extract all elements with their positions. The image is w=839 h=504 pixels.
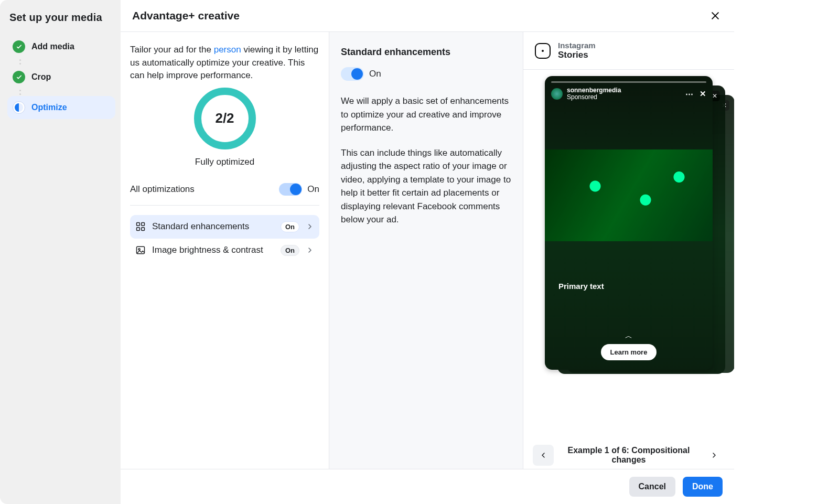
preview-card-front: sonnenbergmediaSponsored ⋯ ✕ Primary tex… xyxy=(545,76,713,370)
preview-next-button[interactable] xyxy=(704,445,725,466)
opt-state-pill: On xyxy=(281,245,299,256)
done-button[interactable]: Done xyxy=(683,477,723,497)
chevron-up-icon: ︿ xyxy=(545,331,713,341)
sidebar-title: Set up your media xyxy=(7,12,115,24)
opt-image-brightness-contrast[interactable]: Image brightness & contrast On xyxy=(130,239,319,262)
cancel-button[interactable]: Cancel xyxy=(629,477,675,497)
check-icon xyxy=(13,71,25,83)
story-cta-button: Learn more xyxy=(601,344,657,360)
check-icon xyxy=(13,40,25,53)
optimize-panel: Tailor your ad for the person viewing it… xyxy=(121,32,329,469)
svg-rect-3 xyxy=(142,228,145,231)
step-connector xyxy=(19,58,21,66)
step-label: Optimize xyxy=(31,103,67,112)
close-icon: ✕ xyxy=(700,89,706,99)
svg-rect-0 xyxy=(137,223,140,226)
preview-caption: Example 1 of 6: Compositional changes xyxy=(559,446,698,465)
close-icon xyxy=(710,10,720,21)
step-label: Add media xyxy=(31,42,74,51)
instagram-icon xyxy=(535,43,551,59)
preview-platform: Instagram xyxy=(558,41,596,50)
step-optimize[interactable]: Optimize xyxy=(7,96,115,119)
progress-value: 2/2 xyxy=(215,110,234,126)
story-primary-text: Primary text xyxy=(558,282,604,291)
intro-text: Tailor your ad for the person viewing it… xyxy=(130,44,319,82)
preview-stack: ✕ ✕ sonnenbergmediaSponsore xyxy=(545,76,713,375)
sidebar: Set up your media Add media Crop Optimiz… xyxy=(0,0,121,504)
preview-panel: Instagram Stories ✕ ✕ xyxy=(523,32,734,469)
story-image xyxy=(545,149,713,241)
detail-title: Standard enhancements xyxy=(341,47,511,58)
opt-label: Image brightness & contrast xyxy=(152,245,274,255)
step-connector xyxy=(19,89,21,96)
detail-toggle[interactable] xyxy=(341,67,364,81)
detail-paragraph: We will apply a basic set of enhancement… xyxy=(341,94,511,135)
avatar xyxy=(551,88,563,100)
close-button[interactable] xyxy=(708,8,723,23)
preview-placement: Stories xyxy=(558,50,596,60)
progress-caption: Fully optimized xyxy=(130,157,319,167)
modal-title: Advantage+ creative xyxy=(132,9,240,22)
modal-footer: Cancel Done xyxy=(121,469,734,504)
chevron-right-icon xyxy=(710,451,718,459)
step-label: Crop xyxy=(31,72,51,82)
all-optimizations-label: All optimizations xyxy=(130,184,195,195)
preview-prev-button[interactable] xyxy=(533,445,554,466)
story-account: sonnenbergmediaSponsored xyxy=(567,87,621,101)
all-optimizations-toggle[interactable] xyxy=(279,183,302,196)
opt-state-pill: On xyxy=(281,221,299,232)
chevron-left-icon xyxy=(539,451,547,459)
chevron-right-icon xyxy=(306,222,314,231)
image-icon xyxy=(135,245,146,255)
half-circle-icon xyxy=(13,101,25,114)
svg-rect-1 xyxy=(142,223,145,226)
step-crop[interactable]: Crop xyxy=(7,66,115,89)
all-optimizations-state: On xyxy=(307,184,319,195)
grid-icon xyxy=(135,221,146,232)
svg-rect-2 xyxy=(137,228,140,231)
more-icon: ⋯ xyxy=(685,89,693,99)
opt-standard-enhancements[interactable]: Standard enhancements On xyxy=(130,215,319,239)
modal-header: Advantage+ creative xyxy=(121,0,734,32)
chevron-right-icon xyxy=(306,246,314,254)
person-link[interactable]: person xyxy=(214,45,241,55)
opt-label: Standard enhancements xyxy=(152,221,274,232)
step-add-media[interactable]: Add media xyxy=(7,35,115,58)
enhancement-detail-panel: Standard enhancements On We will apply a… xyxy=(329,32,523,469)
progress-ring: 2/2 xyxy=(194,88,256,149)
detail-toggle-state: On xyxy=(369,69,381,79)
story-progress xyxy=(551,81,706,83)
detail-paragraph: This can include things like automatical… xyxy=(341,146,511,227)
svg-point-5 xyxy=(138,249,140,250)
